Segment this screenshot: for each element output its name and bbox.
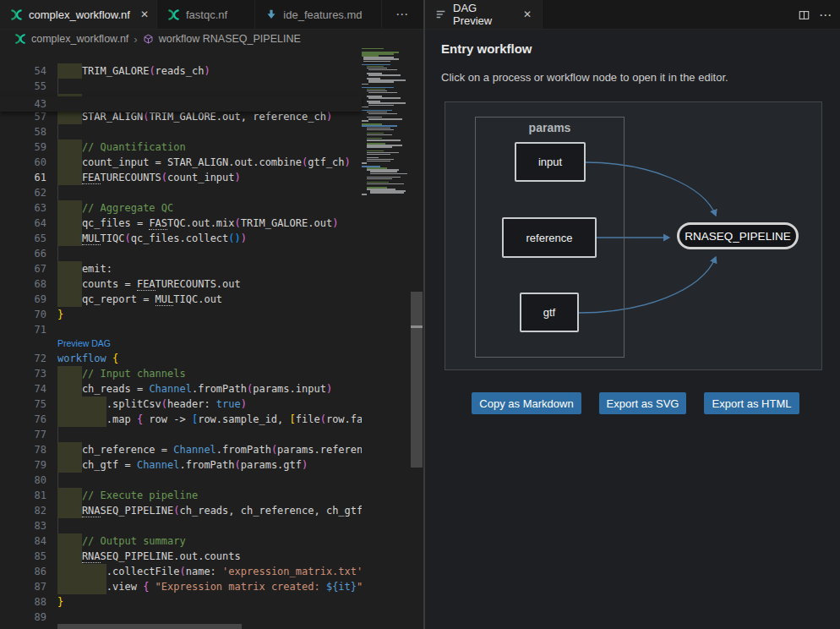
- code-line[interactable]: 66: [0, 246, 362, 261]
- line-number: 66: [0, 246, 46, 261]
- code-line[interactable]: 82RNASEQ_PIPELINE(ch_reads, ch_reference…: [0, 503, 362, 518]
- code-line[interactable]: 59// Quantification: [0, 139, 362, 155]
- node-input[interactable]: input: [515, 142, 586, 182]
- code-line[interactable]: 71: [0, 322, 362, 337]
- tab-label: DAG Preview: [453, 2, 513, 27]
- code-token: (: [161, 172, 167, 183]
- code-line[interactable]: 80: [0, 473, 362, 488]
- tab-complex-workflow[interactable]: complex_workflow.nf ✕: [0, 0, 157, 29]
- code-line[interactable]: 64qc_files = FASTQC.out.mix(TRIM_GALORE.…: [0, 216, 362, 231]
- indent-highlight: [57, 276, 82, 292]
- code-line[interactable]: 77: [0, 427, 362, 442]
- code-token: STAR_ALIGN: [82, 111, 143, 123]
- code-line[interactable]: 61FEATURECOUNTS(count_input): [0, 170, 362, 185]
- code-line[interactable]: 81// Execute pipeline: [0, 488, 362, 503]
- code-line[interactable]: 55: [0, 79, 362, 94]
- scrollbar-vertical-thumb[interactable]: [411, 292, 423, 468]
- indent-highlight: [57, 381, 82, 397]
- code-token: ): [332, 217, 338, 229]
- more-actions-icon[interactable]: ⋯: [819, 8, 833, 23]
- line-number: 76: [0, 412, 46, 427]
- code-line[interactable]: 72workflow {: [0, 351, 362, 366]
- code-token: TRIM_GALORE.out, reference_ch: [149, 111, 326, 123]
- code-token: TRIM_GALORE: [82, 65, 149, 77]
- code-token: ch_reads =: [82, 383, 149, 395]
- export-as-html-button[interactable]: Export as HTML: [704, 392, 799, 414]
- breadcrumb-separator: ›: [134, 33, 137, 46]
- code-line[interactable]: 58: [0, 124, 362, 139]
- code-line[interactable]: 75.splitCsv(header: true): [0, 397, 362, 412]
- node-rnaseq-pipeline[interactable]: RNASEQ_PIPELINE: [677, 222, 799, 249]
- line-number: 54: [0, 63, 46, 79]
- split-editor-icon[interactable]: [798, 9, 810, 21]
- code-line[interactable]: 89: [0, 610, 362, 625]
- tab-ide-features[interactable]: ide_features.md: [255, 0, 382, 29]
- code-line[interactable]: 83: [0, 518, 362, 533]
- codelens-link-preview-dag[interactable]: Preview DAG: [57, 338, 111, 348]
- code-line[interactable]: 73// Input channels: [0, 366, 362, 381]
- code-line[interactable]: 88}: [0, 594, 362, 610]
- code-line[interactable]: 79ch_gtf = Channel.fromPath(params.gtf): [0, 457, 362, 473]
- node-reference[interactable]: reference: [502, 217, 597, 258]
- panel-tab-bar: DAG Preview ✕ ⋯: [425, 0, 840, 30]
- code-line[interactable]: 74ch_reads = Channel.fromPath(params.inp…: [0, 381, 362, 397]
- nextflow-icon: [10, 8, 23, 21]
- editor-tab-bar: complex_workflow.nf ✕ fastqc.nf ide_feat…: [0, 0, 423, 30]
- code-token: ): [235, 232, 241, 244]
- line-number: 71: [0, 322, 46, 337]
- code-token: gtf_ch: [308, 156, 344, 168]
- tab-dag-preview[interactable]: DAG Preview ✕: [425, 0, 543, 29]
- line-number: 63: [0, 200, 46, 216]
- code-token: TIQC: [101, 232, 125, 244]
- code-token: {: [112, 353, 118, 364]
- indent-guide: [57, 185, 82, 200]
- code-line[interactable]: 76.map { row -> [row.sample_id, [file(ro…: [0, 412, 362, 427]
- line-number: 80: [0, 473, 46, 488]
- code-token: Channel: [137, 459, 180, 471]
- line-number: 60: [0, 155, 46, 170]
- code-editor[interactable]: 54TRIM_GALORE(reads_ch)5556// Alignment5…: [0, 63, 362, 625]
- hint-underlined-token: RNA: [82, 550, 101, 563]
- tab-label: ide_features.md: [283, 8, 362, 21]
- line-number: 86: [0, 564, 46, 579]
- code-line[interactable]: 85RNASEQ_PIPELINE.out.counts: [0, 549, 362, 564]
- code-line[interactable]: 69qc_report = MULTIQC.out: [0, 292, 362, 307]
- breadcrumb-item-symbol[interactable]: workflow RNASEQ_PIPELINE: [159, 33, 301, 45]
- code-line[interactable]: 87.view { "Expression matrix created: ${…: [0, 579, 362, 594]
- line-number: 43: [0, 96, 46, 112]
- indent-guide: [57, 124, 82, 139]
- code-token: (: [235, 217, 241, 229]
- export-as-svg-button[interactable]: Export as SVG: [599, 392, 686, 414]
- code-line[interactable]: 70}: [0, 307, 362, 322]
- close-icon[interactable]: ✕: [523, 9, 532, 19]
- code-line[interactable]: 84// Output summary: [0, 533, 362, 549]
- code-token: .fromPath: [192, 383, 247, 395]
- code-token: (: [149, 65, 155, 77]
- code-line[interactable]: 65MULTIQC(qc_files.collect()): [0, 231, 362, 246]
- indent-highlight: [57, 457, 82, 473]
- code-line[interactable]: 86.collectFile(name: 'expression_matrix.…: [0, 564, 362, 579]
- sticky-scroll-line[interactable]: 43 workflow RNASEQ_PIPELINE {: [0, 96, 362, 112]
- scrollbar-vertical[interactable]: [411, 0, 423, 629]
- copy-as-markdown-button[interactable]: Copy as Markdown: [472, 392, 581, 414]
- code-line[interactable]: 67emit:: [0, 261, 362, 276]
- minimap[interactable]: [362, 48, 411, 217]
- node-gtf[interactable]: gtf: [520, 293, 579, 332]
- close-icon[interactable]: ✕: [140, 9, 149, 19]
- code-token: row.sample_id,: [198, 413, 289, 425]
- code-token: qc_files.collect: [131, 232, 229, 244]
- tab-fastqc[interactable]: fastqc.nf: [157, 0, 255, 29]
- code-line[interactable]: 60count_input = STAR_ALIGN.out.combine(g…: [0, 155, 362, 170]
- code-line[interactable]: 68counts = FEATURECOUNTS.out: [0, 276, 362, 292]
- code-line[interactable]: 78ch_reference = Channel.fromPath(params…: [0, 442, 362, 457]
- code-line[interactable]: 62: [0, 185, 362, 200]
- code-line[interactable]: 54TRIM_GALORE(reads_ch): [0, 63, 362, 79]
- code-token: TQC.out.mix: [167, 217, 234, 229]
- code-line[interactable]: 63// Aggregate QC: [0, 200, 362, 216]
- scrollbar-horizontal-thumb[interactable]: [57, 624, 242, 629]
- breadcrumb-item-file[interactable]: complex_workflow.nf: [31, 33, 128, 45]
- nextflow-icon: [14, 33, 26, 45]
- code-token: (: [235, 459, 241, 471]
- hint-underlined-token: FEA: [82, 172, 101, 184]
- indent-highlight: [57, 231, 82, 246]
